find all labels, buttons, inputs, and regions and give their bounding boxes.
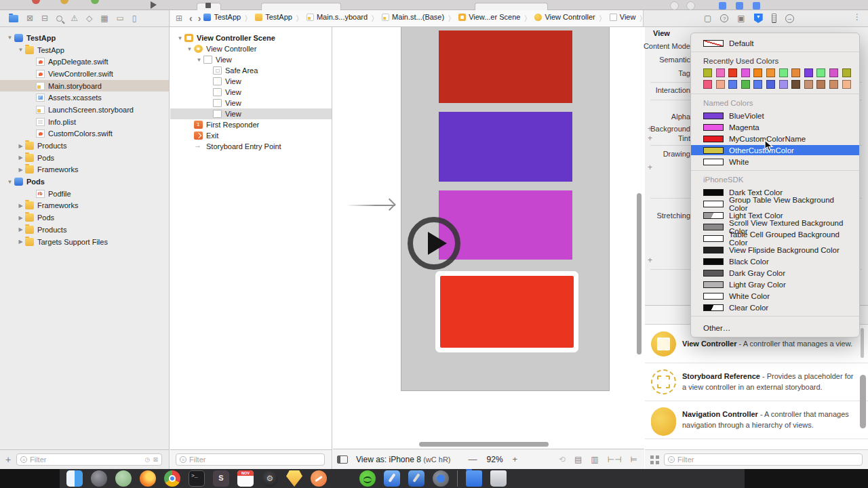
- recent-color-swatch[interactable]: [804, 68, 813, 77]
- menu-item-othercustomcolor[interactable]: OtherCustomColor: [691, 145, 859, 155]
- quick-help-inspector-icon[interactable]: ?: [720, 14, 728, 22]
- grid-view-toggle-icon[interactable]: [650, 455, 659, 464]
- storyboard-entry-point-arrow[interactable]: [347, 205, 395, 206]
- recent-color-swatch[interactable]: [779, 80, 788, 89]
- maps-dock-icon[interactable]: [433, 470, 449, 487]
- recent-color-swatch[interactable]: [816, 68, 825, 77]
- recent-color-swatch[interactable]: [741, 80, 750, 89]
- report-navigator-icon[interactable]: ▯: [132, 14, 137, 22]
- recent-color-swatch[interactable]: [804, 80, 813, 89]
- outline-item-first-responder[interactable]: First Responder: [170, 119, 332, 130]
- outline-item-view[interactable]: View: [170, 98, 332, 108]
- canvas-view-rect-1[interactable]: [439, 30, 572, 103]
- firefox-dock-icon[interactable]: [140, 470, 156, 487]
- view-controller-view[interactable]: [401, 27, 610, 391]
- navigator-item-products[interactable]: ▶Products: [0, 140, 169, 152]
- navigator-item-info-plist[interactable]: Info.plist: [0, 116, 169, 128]
- canvas-horizontal-scrollbar[interactable]: [419, 442, 549, 447]
- outline-item-view[interactable]: ▼View: [170, 54, 332, 65]
- navigator-item-viewcontroller-swift[interactable]: ViewController.swift: [0, 68, 169, 80]
- disclosure-triangle[interactable]: ▼: [5, 35, 14, 41]
- settings-dock-icon[interactable]: ⚙: [262, 470, 278, 487]
- attributes-inspector-icon[interactable]: ▾: [754, 14, 763, 23]
- navigator-item-testapp[interactable]: ▼TestApp: [0, 44, 169, 56]
- disclosure-triangle[interactable]: ▶: [16, 155, 25, 161]
- navigator-item-podfile[interactable]: Podfile: [0, 188, 169, 200]
- navigator-item-products[interactable]: ▶Products: [0, 224, 169, 236]
- disclosure-triangle[interactable]: ▶: [16, 167, 25, 173]
- debug-area-toggle-button[interactable]: [736, 2, 743, 9]
- trash-dock-icon[interactable]: [490, 470, 507, 487]
- recent-color-swatch[interactable]: [728, 68, 737, 77]
- disclosure-triangle[interactable]: ▶: [16, 226, 25, 232]
- menu-item-black-color[interactable]: Black Color: [691, 256, 859, 266]
- recent-color-swatch[interactable]: [753, 80, 762, 89]
- breadcrumb-item-testapp[interactable]: TestApp: [255, 13, 292, 21]
- navigator-item-customcolors-swift[interactable]: CustomColors.swift: [0, 128, 169, 140]
- document-outline-toggle-button[interactable]: [337, 455, 348, 464]
- outline-item-view[interactable]: View: [170, 87, 332, 98]
- navigator-item-frameworks[interactable]: ▶Frameworks: [0, 164, 169, 176]
- embed-in-stack-icon[interactable]: ▤: [574, 455, 582, 464]
- menu-item-mycustomcolorname[interactable]: MyCustomColorName: [691, 134, 859, 144]
- menu-item-magenta[interactable]: Magenta: [691, 122, 859, 132]
- navigator-item-appdelegate-swift[interactable]: AppDelegate.swift: [0, 56, 169, 68]
- recent-color-swatch[interactable]: [741, 68, 750, 77]
- recent-color-swatch[interactable]: [842, 68, 851, 77]
- recent-color-swatch[interactable]: [703, 68, 712, 77]
- calendar-dock-icon[interactable]: [237, 470, 254, 487]
- menu-item-view-flipside-background-color[interactable]: View Flipside Background Color: [691, 245, 859, 255]
- menu-item-blueviolet[interactable]: BlueViolet: [691, 110, 859, 121]
- add-constraints-icon[interactable]: ⊢⊣: [608, 455, 622, 464]
- disclosure-triangle[interactable]: ▼: [185, 46, 194, 52]
- go-forward-button[interactable]: ›: [198, 13, 201, 24]
- navigator-item-testapp[interactable]: ▼TestApp: [0, 32, 169, 44]
- menu-item-dark-gray-color[interactable]: Dark Gray Color: [691, 268, 859, 278]
- outline-item-exit[interactable]: Exit: [170, 130, 332, 141]
- recent-color-swatch[interactable]: [703, 80, 712, 89]
- disclosure-triangle[interactable]: ▶: [16, 143, 25, 149]
- launchpad-dock-icon[interactable]: [91, 470, 107, 487]
- connections-inspector-icon[interactable]: →: [785, 14, 794, 23]
- recent-color-swatch[interactable]: [791, 80, 800, 89]
- file-inspector-icon[interactable]: ▢: [704, 14, 711, 22]
- source-control-navigator-icon[interactable]: ⊠: [26, 14, 33, 22]
- library-scrollbar[interactable]: [861, 328, 864, 358]
- slack-dock-icon[interactable]: S: [213, 470, 229, 487]
- recent-color-swatch[interactable]: [829, 68, 838, 77]
- debug-navigator-icon[interactable]: ▦: [100, 14, 108, 22]
- breadcrumb-item-view[interactable]: View: [610, 13, 636, 21]
- menu-item-white-color[interactable]: White Color: [691, 291, 859, 301]
- disclosure-triangle[interactable]: ▼: [195, 57, 203, 63]
- window-scrollbar[interactable]: [860, 375, 866, 428]
- library-filter-input[interactable]: ≡ Filter: [664, 453, 863, 466]
- library-item-navigation-controller[interactable]: Navigation Controller - A controller tha…: [645, 401, 868, 439]
- add-variation-button[interactable]: +: [648, 163, 652, 172]
- symbol-navigator-icon[interactable]: ⊟: [41, 14, 48, 22]
- navigator-toggle-button[interactable]: [719, 2, 726, 9]
- source-control-status-icon[interactable]: ⊠: [153, 456, 158, 463]
- navigator-item-assets-xcassets[interactable]: Assets.xcassets: [0, 92, 169, 104]
- update-frames-icon[interactable]: ⟲: [559, 455, 566, 464]
- recent-color-swatch[interactable]: [779, 68, 788, 77]
- navigator-item-pods[interactable]: ▼Pods: [0, 176, 169, 188]
- zeplin-dock-icon[interactable]: [311, 470, 327, 487]
- zoom-out-button[interactable]: —: [469, 454, 477, 464]
- editor-standard-button[interactable]: [670, 1, 679, 10]
- size-inspector-icon[interactable]: [772, 14, 776, 23]
- outline-item-view[interactable]: View: [170, 76, 332, 87]
- inspector-toggle-button[interactable]: [753, 2, 760, 9]
- test-navigator-icon[interactable]: ◇: [86, 14, 92, 22]
- recent-color-swatch[interactable]: [753, 68, 762, 77]
- video-play-overlay-icon[interactable]: [408, 217, 460, 270]
- canvas-view-rect-2[interactable]: [439, 112, 572, 182]
- recent-color-swatch[interactable]: [766, 68, 775, 77]
- find-navigator-icon[interactable]: [56, 16, 62, 22]
- navigator-filter-input[interactable]: ≡ Filter ◷ ⊠: [16, 453, 162, 466]
- run-button-icon[interactable]: [151, 1, 157, 9]
- project-navigator-icon[interactable]: [9, 15, 18, 22]
- disclosure-triangle[interactable]: ▼: [176, 35, 184, 41]
- disclosure-triangle[interactable]: ▼: [16, 47, 25, 53]
- identity-inspector-icon[interactable]: ▣: [737, 14, 745, 22]
- traffic-light-close[interactable]: [32, 0, 40, 4]
